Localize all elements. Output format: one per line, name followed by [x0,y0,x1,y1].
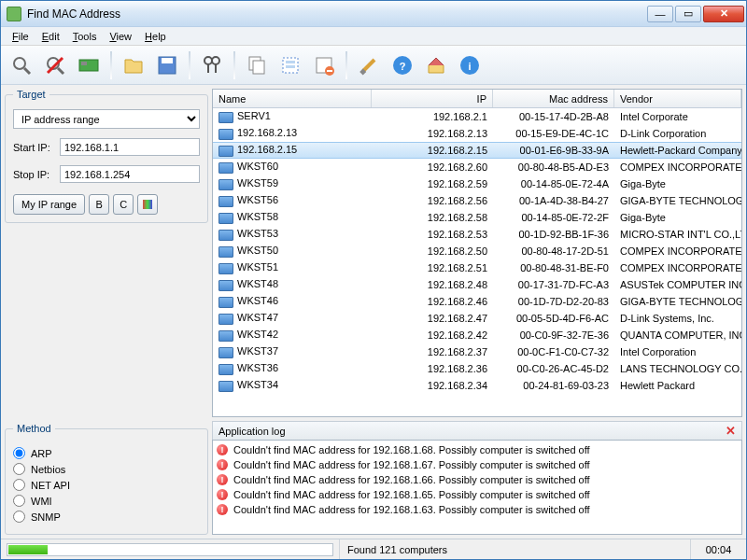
target-mode-select[interactable]: IP address range [13,109,200,129]
method-radio[interactable] [13,479,25,491]
computer-icon [218,330,233,342]
class-c-button[interactable]: C [113,194,134,215]
menubar: File Edit Tools View Help [1,27,746,46]
menu-help[interactable]: Help [139,29,172,44]
table-row[interactable]: SERV1192.168.2.100-15-17-4D-2B-A8Intel C… [213,108,741,125]
table-row[interactable]: WKST56192.168.2.5600-1A-4D-38-B4-27GIGA-… [213,192,741,209]
save-button[interactable] [152,50,182,80]
color-range-button[interactable] [137,194,158,215]
log-line: !Couldn't find MAC address for 192.168.1… [217,502,738,517]
error-icon: ! [217,459,228,470]
svg-line-3 [58,68,63,74]
help-button[interactable]: ? [388,50,417,80]
menu-file[interactable]: File [7,29,35,44]
home-button[interactable] [421,50,451,80]
table-row[interactable]: WKST34192.168.2.3400-24-81-69-03-23Hewle… [213,377,741,394]
svg-line-1 [24,68,30,74]
svg-rect-8 [162,58,173,63]
log-close-button[interactable]: ✕ [726,424,736,438]
menu-edit[interactable]: Edit [36,29,65,44]
method-option-netbios[interactable]: Netbios [13,463,200,475]
stop-scan-button[interactable] [40,50,70,80]
error-icon: ! [217,504,228,515]
find-button[interactable] [197,50,227,80]
method-radio[interactable] [13,495,25,507]
table-row[interactable]: WKST53192.168.2.5300-1D-92-BB-1F-36MICRO… [213,226,741,243]
table-row[interactable]: 192.168.2.13192.168.2.1300-15-E9-DE-4C-1… [213,125,741,142]
svg-point-10 [212,57,219,64]
open-button[interactable] [119,50,148,80]
results-header[interactable]: Name IP Mac address Vendor [213,90,741,108]
svg-point-0 [14,58,25,69]
table-row[interactable]: WKST51192.168.2.5100-80-48-31-BE-F0COMPE… [213,259,741,276]
computer-icon [218,347,233,358]
delete-button[interactable] [309,50,339,80]
results-body[interactable]: SERV1192.168.2.100-15-17-4D-2B-A8Intel C… [213,108,741,416]
table-row[interactable]: WKST59192.168.2.5900-14-85-0E-72-4AGiga-… [213,175,741,192]
error-icon: ! [217,489,228,500]
my-ip-range-button[interactable]: My IP range [13,194,85,215]
table-row[interactable]: WKST60192.168.2.6000-80-48-B5-AD-E3COMPE… [213,159,741,175]
table-row[interactable]: 192.168.2.15192.168.2.1500-01-E6-9B-33-9… [213,142,741,159]
table-row[interactable]: WKST37192.168.2.3700-0C-F1-C0-C7-32Intel… [213,343,741,360]
computer-icon [218,213,233,224]
start-ip-input[interactable] [60,138,200,156]
method-radio[interactable] [13,463,25,475]
svg-text:i: i [468,61,471,72]
settings-button[interactable] [354,50,384,80]
log-line: !Couldn't find MAC address for 192.168.1… [217,472,738,487]
table-row[interactable]: WKST42192.168.2.4200-C0-9F-32-7E-36QUANT… [213,327,741,343]
table-row[interactable]: WKST50192.168.2.5000-80-48-17-2D-51COMPE… [213,243,741,259]
table-row[interactable]: WKST58192.168.2.5800-14-85-0E-72-2FGiga-… [213,209,741,226]
class-b-button[interactable]: B [89,194,109,215]
table-row[interactable]: WKST36192.168.2.3600-C0-26-AC-45-D2LANS … [213,360,741,377]
stop-ip-label: Stop IP: [13,169,56,180]
menu-view[interactable]: View [104,29,137,44]
copy-button[interactable] [242,50,272,80]
status-text: Found 121 computers [339,539,690,559]
computer-icon [218,364,233,375]
scan-button[interactable] [7,50,36,80]
table-row[interactable]: WKST47192.168.2.4700-05-5D-4D-F6-ACD-Lin… [213,310,741,327]
log-panel: Application log ✕ !Couldn't find MAC add… [212,421,742,535]
minimize-button[interactable]: — [647,6,673,22]
computer-icon [218,129,233,140]
results-list: Name IP Mac address Vendor SERV1192.168.… [212,89,742,417]
target-legend: Target [13,89,49,100]
stop-ip-input[interactable] [60,165,200,183]
menu-tools[interactable]: Tools [67,29,103,44]
col-name[interactable]: Name [213,90,372,107]
svg-rect-20 [327,70,332,72]
app-window: Find MAC Address — ▭ ✕ File Edit Tools V… [0,0,747,560]
method-legend: Method [13,423,55,434]
target-group: Target IP address range Start IP: Stop I… [5,89,208,223]
status-time: 00:04 [690,539,746,559]
method-option-net-api[interactable]: NET API [13,479,200,491]
computer-icon [218,162,233,174]
method-radio[interactable] [13,447,25,459]
table-row[interactable]: WKST48192.168.2.4800-17-31-7D-FC-A3ASUST… [213,276,741,293]
titlebar[interactable]: Find MAC Address — ▭ ✕ [1,1,746,27]
method-option-wmi[interactable]: WMI [13,495,200,507]
col-vendor[interactable]: Vendor [614,90,741,107]
log-line: !Couldn't find MAC address for 192.168.1… [217,487,738,502]
window-title: Find MAC Address [27,7,647,21]
maximize-button[interactable]: ▭ [675,6,701,22]
method-option-snmp[interactable]: SNMP [13,511,200,523]
svg-rect-6 [81,62,87,65]
computer-icon [218,146,233,157]
col-ip[interactable]: IP [372,90,493,107]
svg-rect-17 [286,65,295,68]
table-row[interactable]: WKST46192.168.2.4600-1D-7D-D2-20-83GIGA-… [213,293,741,310]
about-button[interactable]: i [455,50,485,80]
svg-rect-16 [286,61,295,63]
log-line: !Couldn't find MAC address for 192.168.1… [217,457,738,472]
nic-button[interactable] [74,50,104,80]
statusbar: Found 121 computers 00:04 [1,539,746,559]
log-body[interactable]: !Couldn't find MAC address for 192.168.1… [212,440,742,535]
col-mac[interactable]: Mac address [493,90,614,107]
select-all-button[interactable] [275,50,305,80]
close-button[interactable]: ✕ [703,6,744,22]
method-radio[interactable] [13,511,25,523]
method-option-arp[interactable]: ARP [13,447,200,459]
